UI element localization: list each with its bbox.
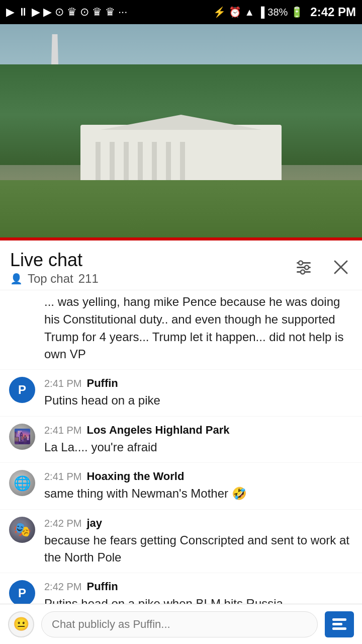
avatar: P	[9, 377, 35, 403]
message-text: same thing with Newman's Mother 🤣	[44, 485, 353, 502]
svg-rect-10	[332, 627, 346, 630]
chat-messages-list: ... was yelling, hang mike Pence because…	[0, 290, 362, 632]
svg-point-5	[301, 270, 305, 274]
message-username: Los Angeles Highland Park	[86, 424, 229, 437]
chat-message: 🎭 2:42 PM jay because he fears getting C…	[0, 510, 362, 573]
status-time: 2:42 PM	[310, 5, 356, 19]
avatar: 🌆	[9, 424, 35, 450]
message-content: 2:41 PM Puffin Putins head on a pike	[44, 377, 353, 409]
message-meta: 2:42 PM jay	[44, 517, 353, 530]
lawn	[0, 180, 362, 240]
svg-rect-9	[332, 623, 342, 625]
status-icons-right: ⚡ ⏰ ▲ ▐ 38% 🔋 2:42 PM	[213, 5, 356, 19]
wifi-icon: ▲	[244, 7, 254, 18]
chat-message: 🌐 2:41 PM Hoaxing the World same thing w…	[0, 463, 362, 510]
youtube-icon: ▶	[32, 6, 40, 19]
live-chat-panel: Live chat 👤 Top chat 211	[0, 240, 362, 632]
crown3-icon: ♛	[105, 6, 115, 19]
message-text: La La.... you're afraid	[44, 439, 353, 456]
message-text: Putins head on a pike	[44, 392, 353, 409]
close-button[interactable]	[330, 256, 352, 280]
message-meta: 2:41 PM Hoaxing the World	[44, 470, 353, 483]
youtube2-icon: ▶	[43, 6, 52, 19]
avatar-initial: P	[18, 383, 26, 397]
message-time: 2:42 PM	[44, 518, 81, 529]
partial-message: ... was yelling, hang mike Pence because…	[0, 290, 362, 370]
crown-icon: ♛	[67, 6, 77, 19]
progress-bar	[0, 237, 362, 240]
video-player[interactable]	[0, 24, 362, 240]
message-username: Puffin	[86, 377, 118, 390]
top-chat-label: Top chat	[28, 272, 73, 286]
close-icon	[332, 258, 350, 276]
send-icon	[331, 616, 347, 632]
viewer-count: 211	[78, 272, 99, 286]
message-text: because he fears getting Conscripted and…	[44, 532, 353, 566]
chat-title: Live chat	[10, 250, 99, 271]
chat-message: P 2:41 PM Puffin Putins head on a pike	[0, 370, 362, 417]
message-time: 2:42 PM	[44, 581, 81, 593]
filter-button[interactable]	[293, 256, 315, 280]
chat-text-input[interactable]	[41, 611, 318, 637]
chat-message: 🌆 2:41 PM Los Angeles Highland Park La L…	[0, 417, 362, 463]
alarm-icon: ⏰	[229, 6, 241, 18]
message-content: 2:41 PM Hoaxing the World same thing wit…	[44, 470, 353, 502]
avatar: P	[9, 580, 35, 606]
avatar: 🎭	[9, 517, 35, 543]
status-icons-left: ▶ ⏸ ▶ ▶ ⊙ ♛ ⊙ ♛ ♛ ···	[6, 6, 127, 19]
message-meta: 2:42 PM Puffin	[44, 580, 353, 593]
battery-icon: 🔋	[291, 6, 303, 18]
chat-header-right	[293, 256, 352, 280]
notification-icon: ⏸	[18, 6, 29, 19]
chat-subheader: 👤 Top chat 211	[10, 272, 99, 286]
more-icon: ···	[118, 6, 127, 19]
chat-input-bar: 😐	[0, 604, 362, 644]
message-time: 2:41 PM	[44, 425, 81, 436]
filter-sliders-icon	[295, 258, 313, 276]
message-username: jay	[86, 517, 102, 530]
send-button[interactable]	[325, 611, 354, 637]
message-username: Hoaxing the World	[86, 470, 184, 483]
svg-point-4	[305, 265, 309, 269]
avatar-initial: P	[18, 586, 26, 600]
svg-rect-8	[332, 618, 346, 621]
partial-message-text: ... was yelling, hang mike Pence because…	[44, 295, 343, 361]
emoji-button[interactable]: 😐	[8, 611, 34, 637]
crown2-icon: ♛	[92, 6, 102, 19]
svg-point-3	[299, 261, 303, 265]
people-icon: 👤	[10, 273, 23, 285]
message-meta: 2:41 PM Puffin	[44, 377, 353, 390]
message-time: 2:41 PM	[44, 378, 81, 389]
play-icon: ▶	[6, 6, 15, 19]
emoji-icon: 😐	[13, 616, 29, 632]
message-time: 2:41 PM	[44, 471, 81, 482]
avatar: 🌐	[9, 470, 35, 496]
message-content: 2:42 PM jay because he fears getting Con…	[44, 517, 353, 566]
battery-text: 38%	[267, 7, 288, 18]
circle-icon: ⊙	[55, 6, 64, 19]
circle2-icon: ⊙	[80, 6, 89, 19]
message-content: 2:41 PM Los Angeles Highland Park La La.…	[44, 424, 353, 456]
status-bar: ▶ ⏸ ▶ ▶ ⊙ ♛ ⊙ ♛ ♛ ··· ⚡ ⏰ ▲ ▐ 38% 🔋 2:42…	[0, 0, 362, 24]
bluetooth-icon: ⚡	[213, 6, 226, 18]
chat-header: Live chat 👤 Top chat 211	[0, 240, 362, 290]
message-username: Puffin	[86, 580, 118, 593]
signal-icon: ▐	[257, 7, 264, 18]
message-meta: 2:41 PM Los Angeles Highland Park	[44, 424, 353, 437]
chat-header-left: Live chat 👤 Top chat 211	[10, 250, 99, 286]
